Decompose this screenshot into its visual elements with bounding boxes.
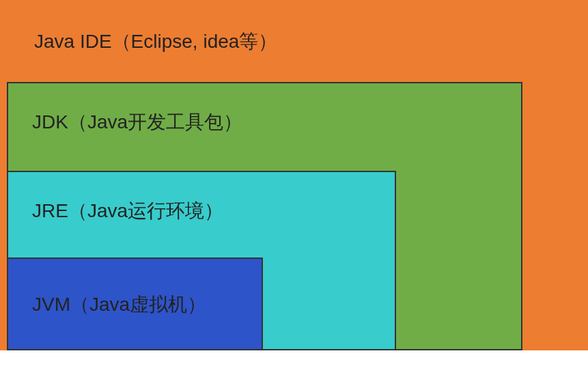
layer-jdk-label: JDK（Java开发工具包）	[32, 109, 242, 135]
layer-ide-label: Java IDE（Eclipse, idea等）	[34, 29, 277, 55]
layer-jvm: JVM（Java虚拟机）	[7, 257, 263, 350]
watermark: 知乎 @LittleRain	[450, 360, 576, 380]
layer-jvm-label: JVM（Java虚拟机）	[32, 292, 206, 318]
watermark-author: @LittleRain	[490, 361, 576, 378]
layer-jre-label: JRE（Java运行环境）	[32, 198, 223, 224]
watermark-brand: 知乎	[450, 361, 481, 378]
